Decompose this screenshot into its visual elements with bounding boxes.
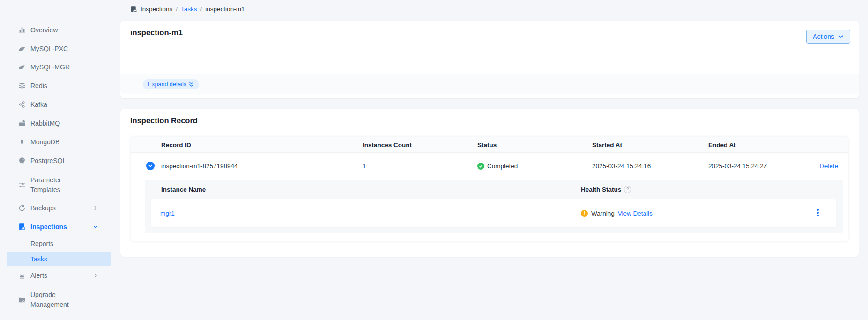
sidebar-item-label: Kafka <box>30 100 47 110</box>
instance-row: mgr1 ! Warning View Details <box>151 199 836 227</box>
sidebar-item-upgrade-management[interactable]: Upgrade Management <box>0 289 111 311</box>
sidebar-item-parameter-templates[interactable]: Parameter Templates <box>0 174 111 196</box>
selected-item-highlight <box>7 252 111 266</box>
chevron-down-icon <box>148 164 153 168</box>
help-icon[interactable]: ? <box>624 186 631 193</box>
doc-magnifier-icon <box>130 6 137 13</box>
sidebar-item-reports[interactable]: Reports <box>0 236 111 251</box>
health-status-header-label: Health Status <box>581 186 621 193</box>
kebab-menu-icon[interactable] <box>815 209 821 217</box>
sidebar: Overview MySQL-PXC MySQL-MGR Redis Kafka… <box>0 0 111 320</box>
instance-name-link[interactable]: mgr1 <box>160 199 175 227</box>
started-at-cell: 2025-03-24 15:24:16 <box>592 153 651 179</box>
section-title: Inspection Record <box>130 116 198 125</box>
breadcrumb-separator: / <box>176 6 178 13</box>
sidebar-item-label: MySQL-PXC <box>30 44 68 54</box>
sidebar-item-label: Alerts <box>30 271 47 281</box>
view-details-link[interactable]: View Details <box>618 210 653 217</box>
chevron-down-icon <box>838 34 844 39</box>
chevron-right-icon <box>93 272 99 279</box>
sidebar-item-backups[interactable]: Backups <box>0 202 111 214</box>
table-header-row: Record ID Instances Count Status Started… <box>131 137 848 153</box>
actions-button-label: Actions <box>813 33 834 40</box>
sidebar-item-label: RabbitMQ <box>30 119 60 128</box>
bar-chart-icon <box>18 26 26 34</box>
sidebar-item-label: Parameter Templates <box>30 175 75 195</box>
breadcrumb: Inspections / Tasks / inspection-m1 <box>130 4 245 14</box>
sidebar-item-label: PostgreSQL <box>30 156 66 166</box>
siren-icon <box>18 272 26 280</box>
sidebar-item-overview[interactable]: Overview <box>0 24 111 36</box>
sidebar-item-label: Upgrade Management <box>30 290 80 310</box>
sidebar-item-label: Tasks <box>30 255 47 263</box>
expand-details-label: Expand details <box>148 81 186 88</box>
collapse-row-button[interactable] <box>146 162 155 170</box>
column-header-ended-at: Ended At <box>708 137 736 153</box>
column-header-started-at: Started At <box>592 137 622 153</box>
mongodb-leaf-icon <box>18 138 26 146</box>
sidebar-item-postgresql[interactable]: PostgreSQL <box>0 155 111 167</box>
doc-magnifier-icon <box>18 223 26 231</box>
layers-icon <box>18 82 26 90</box>
chevron-right-icon <box>93 205 99 211</box>
status-cell: Completed <box>477 153 518 179</box>
column-header-instances-count: Instances Count <box>363 137 412 153</box>
column-header-health-status: Health Status ? <box>581 180 631 199</box>
sidebar-item-mysql-pxc[interactable]: MySQL-PXC <box>0 43 111 55</box>
sidebar-item-label: Inspections <box>30 222 67 232</box>
health-status-cell: ! Warning View Details <box>581 199 653 227</box>
double-chevron-down-icon <box>189 82 194 87</box>
health-status-label: Warning <box>591 210 615 217</box>
records-table: Record ID Instances Count Status Started… <box>131 137 848 241</box>
restore-arrow-icon <box>18 204 26 212</box>
sidebar-item-alerts[interactable]: Alerts <box>0 269 111 282</box>
sidebar-item-inspections[interactable]: Inspections <box>0 221 111 233</box>
dolphin-icon <box>18 45 26 53</box>
breadcrumb-item-current: inspection-m1 <box>205 6 245 13</box>
sidebar-item-label: MySQL-MGR <box>30 62 70 72</box>
sidebar-item-mysql-mgr[interactable]: MySQL-MGR <box>0 61 111 73</box>
expanded-row-region: Instance Name Health Status ? mgr1 ! War… <box>145 180 843 233</box>
sidebar-item-label: Redis <box>30 81 47 91</box>
dolphin-icon <box>18 63 26 71</box>
rabbitmq-icon <box>18 119 26 127</box>
sidebar-item-tasks[interactable]: Tasks <box>0 252 111 266</box>
breadcrumb-item: Inspections <box>141 6 172 13</box>
chevron-down-icon <box>93 223 99 230</box>
sidebar-item-rabbitmq[interactable]: RabbitMQ <box>0 117 111 129</box>
sidebar-item-redis[interactable]: Redis <box>0 80 111 92</box>
sidebar-item-label: MongoDB <box>30 137 59 147</box>
sidebar-item-label: Backups <box>30 203 56 213</box>
sidebar-item-mongodb[interactable]: MongoDB <box>0 136 111 148</box>
delete-link[interactable]: Delete <box>820 163 838 170</box>
inspection-record-card: Inspection Record Record ID Instances Co… <box>120 109 859 257</box>
status-label: Completed <box>487 163 518 170</box>
page-title: inspection-m1 <box>130 28 183 37</box>
sidebar-item-label: Reports <box>30 240 53 247</box>
task-detail-card: inspection-m1 Actions Trigger Method: Ma… <box>120 21 859 98</box>
divider <box>120 52 859 52</box>
sliders-icon <box>18 181 26 189</box>
warning-status-icon: ! <box>581 210 588 217</box>
table-row: inspection-m1-8257198944 1 Completed 202… <box>131 153 848 179</box>
expand-details-button[interactable]: Expand details <box>143 79 199 89</box>
folder-gear-icon <box>18 296 26 304</box>
sidebar-item-kafka[interactable]: Kafka <box>0 98 111 111</box>
postgresql-icon <box>18 157 26 165</box>
actions-button[interactable]: Actions <box>806 30 850 44</box>
instances-count-cell: 1 <box>363 153 366 179</box>
kafka-nodes-icon <box>18 101 26 109</box>
expand-details-band: Expand details <box>120 74 859 94</box>
column-header-instance-name: Instance Name <box>161 180 206 199</box>
completed-status-icon <box>477 163 484 170</box>
ended-at-cell: 2025-03-24 15:24:27 <box>708 153 767 179</box>
column-header-record-id: Record ID <box>161 137 191 153</box>
sidebar-item-label: Overview <box>30 25 58 35</box>
record-id-cell: inspection-m1-8257198944 <box>161 153 238 179</box>
breadcrumb-link-tasks[interactable]: Tasks <box>181 6 197 13</box>
column-header-status: Status <box>477 137 497 153</box>
breadcrumb-separator: / <box>200 6 202 13</box>
app-root: { "colors": { "accent": "#1677ff", "comp… <box>0 0 868 320</box>
